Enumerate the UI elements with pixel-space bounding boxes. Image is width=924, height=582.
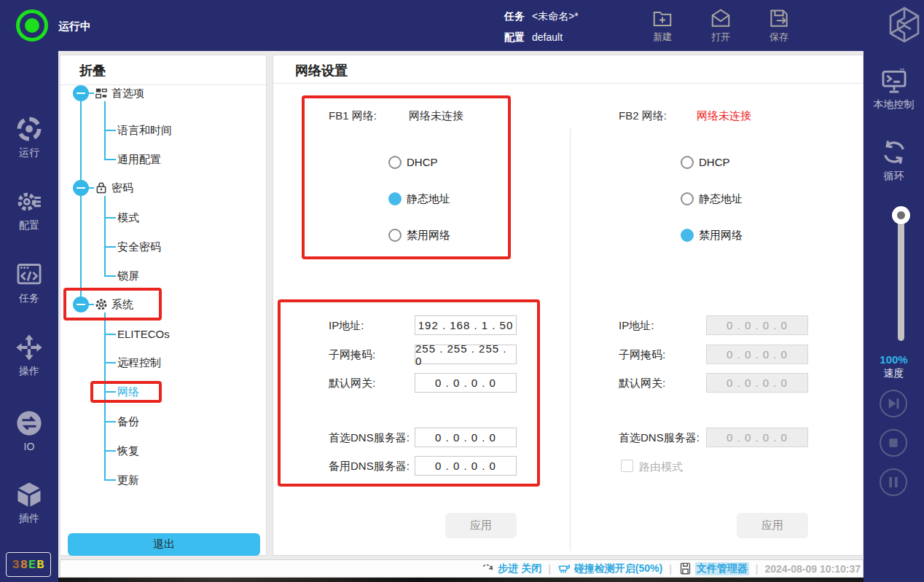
tree-item-更新[interactable]: 更新 xyxy=(117,472,139,488)
field-input-fb1-5[interactable]: 0 . 0 . 0 . 0 xyxy=(415,456,517,476)
file-manager-item[interactable]: 文件管理器 xyxy=(678,562,749,575)
radio-label-fb2-静态地址[interactable]: 静态地址 xyxy=(699,191,743,207)
tree-item-远程控制[interactable]: 远程控制 xyxy=(117,355,161,371)
radio-fb2-静态地址[interactable] xyxy=(681,192,694,205)
tree-item-通用配置[interactable]: 通用配置 xyxy=(117,152,161,168)
tree-item-语言和时间[interactable]: 语言和时间 xyxy=(117,122,172,138)
radio-fb2-禁用网络[interactable] xyxy=(681,229,694,242)
tree-item-系统[interactable]: 系统 xyxy=(111,296,133,312)
tree-expander-系统[interactable] xyxy=(73,296,89,312)
left-sidebar: 38EB 运行配置任务操作IO插件 xyxy=(0,51,58,582)
pause-button[interactable] xyxy=(880,468,907,496)
tree-connector-line xyxy=(104,391,116,393)
tree-item-锁屏[interactable]: 锁屏 xyxy=(117,268,139,284)
tree-expander-密码[interactable] xyxy=(73,180,89,196)
speed-slider-handle[interactable] xyxy=(892,206,910,224)
tree-item-备份[interactable]: 备份 xyxy=(117,414,139,430)
tree-expander-首选项[interactable] xyxy=(73,85,89,101)
speed-label: 速度 xyxy=(864,367,924,380)
topbar-actions: 新建打开保存 xyxy=(638,6,803,44)
separator: | xyxy=(548,563,551,575)
exit-button[interactable]: 退出 xyxy=(68,533,260,556)
topbar-action-2[interactable]: 打开 xyxy=(697,6,745,44)
sidebar-item-本地控制[interactable]: 本地控制 xyxy=(864,67,924,111)
preferences-icon xyxy=(95,87,108,100)
field-label-fb1-5: 备用DNS服务器: xyxy=(329,460,410,473)
hex-badge[interactable]: 38EB xyxy=(6,552,51,577)
run-status-label: 运行中 xyxy=(58,20,91,34)
tree-item-ELITECOs[interactable]: ELITECOs xyxy=(117,326,170,342)
tree-connector-line xyxy=(104,450,116,452)
radio-fb1-静态地址[interactable] xyxy=(388,192,402,205)
collision-detect-item[interactable]: 碰撞检测开启(50%) xyxy=(557,562,662,575)
tree-connector-line xyxy=(104,362,116,363)
local-control-icon xyxy=(864,67,924,95)
file-manager-icon xyxy=(678,562,692,575)
sidebar-item-label: 运行 xyxy=(0,146,58,160)
radio-fb1-禁用网络[interactable] xyxy=(388,229,402,242)
apply-button-fb2[interactable]: 应用 xyxy=(737,513,808,538)
sidebar-item-配置[interactable]: 配置 xyxy=(0,188,58,232)
right-sidebar: 100% 速度 本地控制循环 xyxy=(864,51,924,582)
sidebar-item-运行[interactable]: 运行 xyxy=(0,115,58,160)
topbar-action-1[interactable]: 新建 xyxy=(638,6,686,44)
pause-icon xyxy=(881,470,906,495)
field-input-fb1-1[interactable]: 192 . 168 . 1 . 50 xyxy=(415,315,517,335)
sidebar-item-label: 操作 xyxy=(0,365,58,378)
route-mode-label: 路由模式 xyxy=(639,460,683,474)
sidebar-item-label: 配置 xyxy=(0,219,58,232)
tree-item-密码[interactable]: 密码 xyxy=(111,180,133,196)
radio-fb2-DHCP[interactable] xyxy=(681,156,694,169)
field-input-fb1-2[interactable]: 255 . 255 . 255 . 0 xyxy=(415,345,517,364)
field-input-fb1-4[interactable]: 0 . 0 . 0 . 0 xyxy=(415,428,517,447)
radio-label-fb2-禁用网络[interactable]: 禁用网络 xyxy=(699,227,743,243)
tree-item-模式[interactable]: 模式 xyxy=(117,210,139,226)
sidebar-item-label: 本地控制 xyxy=(864,98,924,111)
apply-button-fb1[interactable]: 应用 xyxy=(445,513,517,538)
step-mode-item[interactable]: 步进 关闭 xyxy=(481,562,541,575)
operate-move-icon xyxy=(0,334,58,361)
tree-connector-line xyxy=(104,196,106,276)
run-icon xyxy=(0,115,58,143)
sidebar-item-循环[interactable]: 循环 xyxy=(864,138,924,183)
bottom-strip xyxy=(58,578,864,582)
tree-connector-line xyxy=(104,334,116,335)
sidebar-item-插件[interactable]: 插件 xyxy=(0,481,58,525)
config-row: 配置default xyxy=(504,31,563,44)
sidebar-item-操作[interactable]: 操作 xyxy=(0,334,58,378)
radio-label-fb2-DHCP[interactable]: DHCP xyxy=(699,154,730,170)
collision-robot-icon xyxy=(557,562,571,575)
sidebar-item-任务[interactable]: 任务 xyxy=(0,261,58,305)
settings-tree-panel: 折叠 退出 首选项语言和时间通用配置密码模式安全密码锁屏系统ELITECOs远程… xyxy=(60,55,267,556)
hex-badge-char: B xyxy=(36,558,44,572)
stop-button[interactable] xyxy=(880,429,907,457)
sidebar-item-label: IO xyxy=(0,441,58,452)
new-file-icon xyxy=(638,7,686,29)
field-input-fb2-2: 0 . 0 . 0 . 0 xyxy=(706,345,808,364)
skip-button[interactable] xyxy=(880,390,907,417)
tree-item-恢复[interactable]: 恢复 xyxy=(117,443,139,459)
topbar-action-3[interactable]: 保存 xyxy=(755,6,803,44)
separator: | xyxy=(756,563,759,575)
speed-slider-track[interactable] xyxy=(898,216,904,341)
field-input-fb2-4: 0 . 0 . 0 . 0 xyxy=(706,428,808,447)
tree-item-首选项[interactable]: 首选项 xyxy=(111,85,144,101)
divider xyxy=(273,83,863,84)
topbar-action-label: 新建 xyxy=(638,31,686,44)
radio-label-fb1-DHCP[interactable]: DHCP xyxy=(407,154,438,170)
tree-connector-line xyxy=(104,421,116,422)
page-title: 网络设置 xyxy=(295,62,348,79)
radio-fb1-DHCP[interactable] xyxy=(388,156,402,169)
sidebar-item-IO[interactable]: IO xyxy=(0,409,58,452)
radio-label-fb1-禁用网络[interactable]: 禁用网络 xyxy=(407,227,450,243)
radio-label-fb1-静态地址[interactable]: 静态地址 xyxy=(407,191,450,207)
tree-item-网络[interactable]: 网络 xyxy=(117,384,139,400)
lock-icon xyxy=(95,181,108,194)
tree-item-安全密码[interactable]: 安全密码 xyxy=(117,239,161,255)
field-label-fb2-2: 子网掩码: xyxy=(619,348,665,362)
field-input-fb1-3[interactable]: 0 . 0 . 0 . 0 xyxy=(415,373,517,393)
divider xyxy=(60,84,266,85)
tree-connector-line xyxy=(104,479,116,481)
task-value: <未命名>* xyxy=(532,10,579,22)
elite-logo-icon xyxy=(886,7,923,44)
